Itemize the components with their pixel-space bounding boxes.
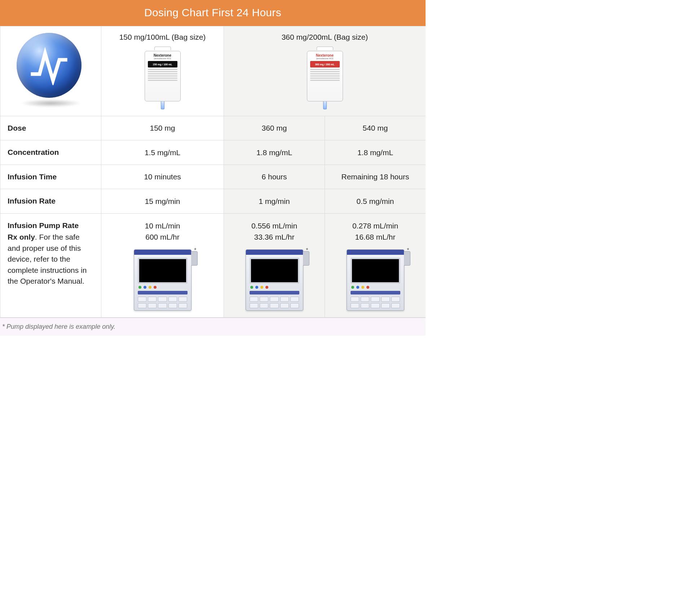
bag-150-header-cell: 150 mg/100mL (Bag size) Nexterone (amiod… bbox=[101, 26, 224, 116]
bag-360-label: 360 mg/200mL (Bag size) bbox=[231, 33, 418, 42]
infrate-c3: 0.5 mg/min bbox=[325, 189, 426, 213]
dosing-table: 150 mg/100mL (Bag size) Nexterone (amiod… bbox=[0, 26, 426, 318]
bag-360-sub: (amiodarone HCl) bbox=[310, 57, 340, 60]
dose-c1: 150 mg bbox=[101, 116, 224, 140]
footnote: * Pump displayed here is example only. bbox=[0, 318, 426, 336]
inftime-c1: 10 minutes bbox=[101, 165, 224, 189]
pump-c2-l1: 0.556 mL/min bbox=[231, 220, 317, 232]
infrate-c2: 1 mg/min bbox=[224, 189, 325, 213]
row-infusion-time: Infusion Time 10 minutes 6 hours Remaini… bbox=[0, 165, 426, 189]
dose-c3: 540 mg bbox=[325, 116, 426, 140]
pump-c1: 10 mL/min 600 mL/hr * bbox=[101, 213, 224, 317]
conc-c3: 1.8 mg/mL bbox=[325, 140, 426, 165]
pump-c3: 0.278 mL/min 16.68 mL/hr * bbox=[325, 213, 426, 317]
pump-c3-l2: 16.68 mL/hr bbox=[332, 231, 418, 243]
conc-c2: 1.8 mg/mL bbox=[224, 140, 325, 165]
infusion-pump-icon bbox=[134, 249, 191, 311]
bag-150-strip: 150 mg / 100 mL bbox=[148, 61, 177, 67]
row-concentration-label: Concentration bbox=[0, 140, 101, 165]
logo-n-icon bbox=[29, 45, 69, 85]
iv-bag-360-icon: Nexterone (amiodarone HCl) 360 mg / 200 … bbox=[307, 47, 343, 109]
bag-150-sub: (amiodarone HCl) bbox=[148, 57, 177, 60]
infrate-c1: 15 mg/min bbox=[101, 189, 224, 213]
row-concentration: Concentration 1.5 mg/mL 1.8 mg/mL 1.8 mg… bbox=[0, 140, 426, 165]
dose-c2: 360 mg bbox=[224, 116, 325, 140]
row-pump-rate: Infusion Pump Rate Rx only. For the safe… bbox=[0, 213, 426, 317]
conc-c1: 1.5 mg/mL bbox=[101, 140, 224, 165]
rx-only: Rx only bbox=[8, 233, 35, 241]
pump-c2-l2: 33.36 mL/hr bbox=[231, 231, 317, 243]
bag-360-strip: 360 mg / 200 mL bbox=[310, 61, 340, 67]
pump-c3-l1: 0.278 mL/min bbox=[332, 220, 418, 232]
inftime-c2: 6 hours bbox=[224, 165, 325, 189]
row-pump-label-cell: Infusion Pump Rate Rx only. For the safe… bbox=[0, 213, 101, 317]
row-inf-time-label: Infusion Time bbox=[0, 165, 101, 189]
row-infusion-rate: Infusion Rate 15 mg/min 1 mg/min 0.5 mg/… bbox=[0, 189, 426, 213]
bag-360-brand: Nexterone bbox=[310, 53, 340, 57]
bag-360-header-cell: 360 mg/200mL (Bag size) Nexterone (amiod… bbox=[224, 26, 426, 116]
pump-c1-l1: 10 mL/min bbox=[109, 220, 216, 232]
inftime-c3: Remaining 18 hours bbox=[325, 165, 426, 189]
pump-rate-title: Infusion Pump Rate bbox=[8, 220, 94, 231]
chart-title: Dosing Chart First 24 Hours bbox=[0, 0, 426, 26]
brand-logo bbox=[17, 33, 85, 105]
pump-c1-l2: 600 mL/hr bbox=[109, 231, 216, 243]
row-dose: Dose 150 mg 360 mg 540 mg bbox=[0, 116, 426, 140]
row-inf-rate-label: Infusion Rate bbox=[0, 189, 101, 213]
row-dose-label: Dose bbox=[0, 116, 101, 140]
iv-bag-150-icon: Nexterone (amiodarone HCl) 150 mg / 100 … bbox=[145, 47, 181, 109]
bag-150-label: 150 mg/100mL (Bag size) bbox=[109, 33, 216, 42]
bag-150-brand: Nexterone bbox=[148, 53, 177, 57]
infusion-pump-icon bbox=[347, 249, 404, 311]
infusion-pump-icon bbox=[246, 249, 303, 311]
logo-cell bbox=[0, 26, 101, 116]
pump-c2: 0.556 mL/min 33.36 mL/hr * bbox=[224, 213, 325, 317]
